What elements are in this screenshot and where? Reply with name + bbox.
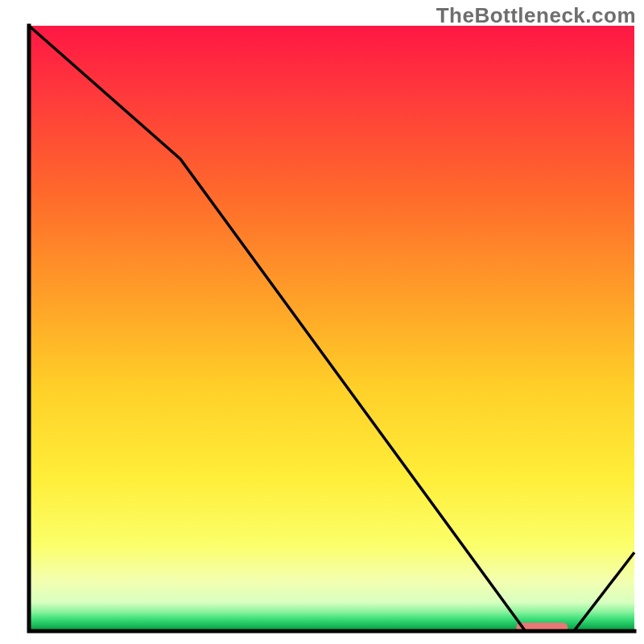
chart-svg [0, 0, 644, 644]
background-gradient [29, 26, 634, 630]
bottleneck-chart: TheBottleneck.com [0, 0, 644, 644]
